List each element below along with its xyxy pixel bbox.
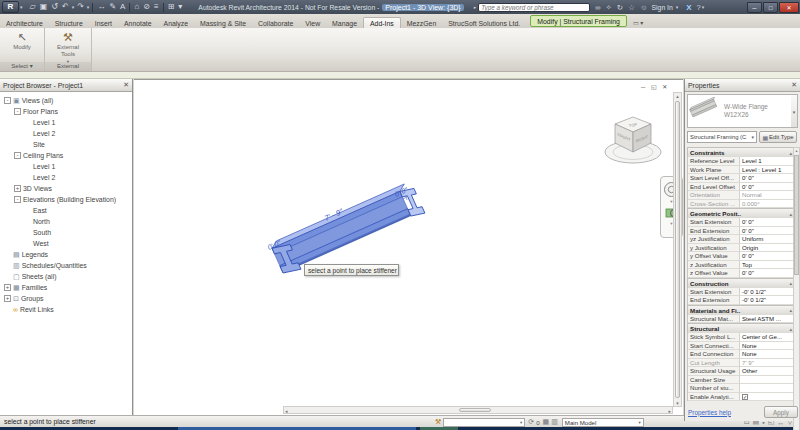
project-browser-close-icon[interactable]: ✕	[123, 81, 129, 89]
tree-item-level-2[interactable]: Level 2	[0, 128, 132, 139]
property-grid-scrollbar[interactable]: ▴	[793, 147, 800, 430]
undo-icon[interactable]: ↶	[60, 1, 71, 13]
property-value[interactable]: Center of Ge...	[740, 333, 794, 342]
model-view[interactable]: 0' 0" 7' - 9" 0' 0"	[134, 80, 683, 416]
property-value[interactable]: 0' 0"	[740, 218, 794, 227]
tab-manage[interactable]: Manage	[326, 18, 363, 28]
property-value[interactable]: None	[740, 342, 794, 351]
workset-sync-icon[interactable]: ⟳	[528, 418, 534, 426]
tab-massing-site[interactable]: Massing & Site	[194, 18, 252, 28]
section-icon[interactable]: ⊘	[141, 1, 152, 13]
search-icon[interactable]: ∞	[595, 3, 600, 12]
expand-icon[interactable]: +	[4, 284, 11, 291]
type-selector[interactable]: W-Wide Flange W12X26	[687, 94, 792, 128]
property-value[interactable]: 0' 0"	[740, 183, 794, 192]
tab-structure[interactable]: Structure	[49, 18, 89, 28]
section-collapse-icon[interactable]: ▴	[789, 280, 792, 286]
property-value[interactable]: 0' 0"	[740, 269, 794, 278]
expand-icon[interactable]: +	[4, 295, 11, 302]
property-value[interactable]: -0' 0 1/2"	[740, 296, 794, 305]
select-group-label[interactable]: Select ▾	[0, 62, 44, 71]
expand-icon[interactable]: +	[14, 185, 21, 192]
property-value[interactable]: Steel ASTM ...	[740, 315, 794, 324]
section-collapse-icon[interactable]: ▴	[789, 326, 792, 332]
property-value[interactable]: Level 1	[740, 157, 794, 166]
apply-button[interactable]: Apply	[764, 406, 798, 418]
horizontal-scroll-thumb[interactable]	[459, 408, 491, 412]
properties-help-link[interactable]: Properties help	[688, 409, 731, 416]
section-collapse-icon[interactable]: ▴	[789, 150, 792, 156]
property-value[interactable]: 0' 0"	[740, 252, 794, 261]
app-menu-caret-icon[interactable]: ▾	[19, 4, 24, 10]
user-icon[interactable]: ☺	[640, 3, 648, 12]
tree-item-views-all-[interactable]: -▣Views (all)	[0, 95, 132, 106]
tree-item-level-1[interactable]: Level 1	[0, 161, 132, 172]
project-browser-header[interactable]: Project Browser - Project1 ✕	[0, 79, 132, 92]
close-hidden-windows-icon[interactable]: ⊞	[166, 1, 177, 13]
property-value[interactable]: -0' 0 1/2"	[740, 288, 794, 297]
favorites-icon[interactable]: ☆	[628, 3, 635, 12]
section-header-constraints[interactable]: Constraints▴	[687, 147, 795, 157]
section-header-geometric-posit-[interactable]: Geometric Posit..▴	[687, 208, 795, 218]
application-menu-button[interactable]: R	[2, 1, 19, 13]
property-value[interactable]: Normal	[740, 191, 794, 200]
tab-insert[interactable]: Insert	[89, 18, 118, 28]
search-collapse-icon[interactable]: ▸	[474, 4, 477, 10]
checkbox-checked-icon[interactable]: ✓	[742, 394, 748, 400]
property-value[interactable]: 7' 9"	[740, 359, 794, 368]
measure-icon[interactable]: ↔	[95, 1, 107, 13]
collapse-icon[interactable]: -	[14, 196, 21, 203]
type-selector-dropdown-icon[interactable]: ▾	[791, 94, 798, 128]
property-value[interactable]: Other	[740, 367, 794, 376]
drawing-area[interactable]: ─ ◱ ✕ 0' 0" 7' - 9" 0' 0"	[134, 79, 683, 415]
tab-modify-structural-framing[interactable]: Modify | Structural Framing	[530, 15, 627, 27]
worksharing-display-icon[interactable]: ▥	[551, 418, 558, 425]
sync-icon[interactable]: ↺	[49, 1, 60, 13]
minimize-button[interactable]: ─	[747, 2, 762, 13]
maximize-button[interactable]: □	[763, 2, 778, 13]
tree-item-sheets-all-[interactable]: ▢Sheets (all)	[0, 271, 132, 282]
collapse-icon[interactable]: -	[14, 152, 21, 159]
external-tools-button[interactable]: ⚒ External Tools ▾	[52, 31, 84, 65]
properties-filter-combo[interactable]: Structural Framing (C ▾	[687, 131, 757, 143]
qat-customize-icon[interactable]: ▾	[176, 1, 184, 13]
tree-item-floor-plans[interactable]: -Floor Plans	[0, 106, 132, 117]
tab-overflow-icon[interactable]: ▭ ▾	[633, 19, 643, 28]
save-icon[interactable]: ▣	[38, 1, 50, 13]
scroll-right-icon[interactable]: ▸	[668, 408, 671, 414]
properties-header[interactable]: Properties ✕	[685, 79, 800, 92]
tab-collaborate[interactable]: Collaborate	[252, 18, 299, 28]
modify-button[interactable]: ↖ Modify	[6, 31, 38, 51]
property-value[interactable]: Level : Level 1	[740, 166, 794, 175]
text-icon[interactable]: A	[118, 1, 127, 13]
design-options-select[interactable]: ▾	[443, 418, 525, 427]
communication-icon[interactable]: ↻	[617, 3, 623, 12]
property-value[interactable]: Top	[740, 261, 794, 270]
tree-item-schedules-quantities[interactable]: ▥Schedules/Quantities	[0, 260, 132, 271]
tab-strucsoft-solutions-ltd-[interactable]: StrucSoft Solutions Ltd.	[442, 18, 526, 28]
collapse-icon[interactable]: -	[14, 108, 21, 115]
tab-mezzgen[interactable]: MezzGen	[401, 18, 443, 28]
scroll-left-icon[interactable]: ◂	[285, 408, 288, 414]
tree-item-level-1[interactable]: Level 1	[0, 117, 132, 128]
section-header-materials-and-fi-[interactable]: Materials and Fi..▴	[687, 305, 795, 315]
search-input[interactable]	[478, 3, 590, 12]
scroll-down-icon[interactable]: ▾	[674, 400, 681, 406]
property-value[interactable]: ✓	[740, 393, 794, 402]
tree-item-legends[interactable]: ▤Legends	[0, 249, 132, 260]
collapse-icon[interactable]: -	[4, 97, 11, 104]
property-value[interactable]	[740, 376, 794, 385]
tree-item-groups[interactable]: +⊡Groups	[0, 293, 132, 304]
sign-in-button[interactable]: Sign In ▾	[652, 4, 680, 11]
open-icon[interactable]: ▱	[28, 1, 38, 13]
close-button[interactable]: ✕	[779, 2, 799, 13]
tree-item-west[interactable]: West	[0, 238, 132, 249]
default-3d-view-icon[interactable]: ⌂	[132, 1, 141, 13]
redo-icon[interactable]: ↷	[75, 1, 86, 13]
scroll-up-icon[interactable]: ▴	[674, 93, 681, 99]
tree-item-north[interactable]: North	[0, 216, 132, 227]
tree-item-families[interactable]: +▦Families	[0, 282, 132, 293]
edit-type-button[interactable]: ▦ Edit Type	[759, 131, 797, 143]
thin-lines-icon[interactable]: ≡	[152, 1, 161, 13]
tree-item-revit-links[interactable]: ∞Revit Links	[0, 304, 132, 315]
